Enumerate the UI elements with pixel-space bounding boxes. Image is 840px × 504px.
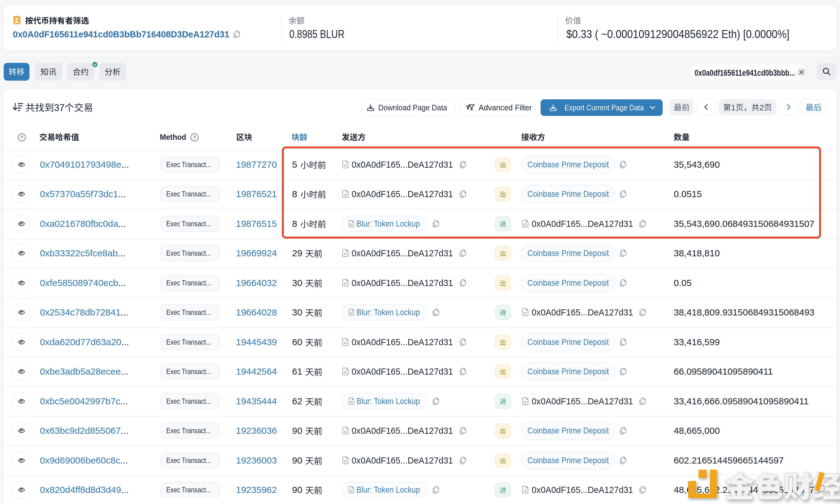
svg-text:1: 1 — [731, 103, 735, 111]
svg-text:37: 37 — [54, 103, 65, 112]
svg-text:?: ? — [20, 135, 23, 140]
svg-text:?: ? — [193, 135, 196, 140]
svg-text:2: 2 — [759, 103, 764, 111]
